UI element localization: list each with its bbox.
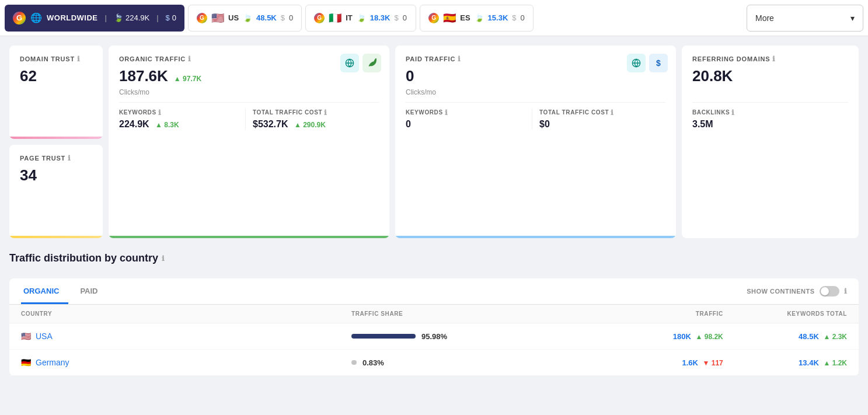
worldwide-cost: $ 0	[166, 13, 176, 22]
referring-domains-label: REFERRING DOMAINS ℹ	[692, 55, 848, 63]
country-usa[interactable]: 🇺🇸 USA	[21, 332, 351, 341]
dollar-icon-it: $	[395, 13, 399, 22]
flag-es: 🇪🇸	[443, 12, 456, 25]
dollar-icon-us: $	[281, 13, 285, 22]
info-icon-tdc[interactable]: ℹ	[162, 254, 165, 263]
flag-it: 🇮🇹	[329, 12, 341, 25]
traffic-tabs-row: ORGANIC PAID SHOW CONTINENTS ℹ	[9, 278, 859, 305]
col-header-traffic: TRAFFIC	[558, 311, 723, 317]
google-icon-it: G	[314, 13, 325, 23]
more-dropdown[interactable]: More ▾	[747, 5, 863, 32]
organic-traffic-trend: ▲ 97.7K	[174, 75, 201, 83]
worldwide-label: WORLDWIDE	[47, 13, 98, 22]
flag-usa: 🇺🇸	[21, 332, 31, 341]
cc-es: ES	[460, 13, 470, 22]
traffic-distribution-table: ORGANIC PAID SHOW CONTINENTS ℹ COUNTRY T…	[9, 278, 859, 376]
traffic-table-header: COUNTRY TRAFFIC SHARE TRAFFIC KEYWORDS T…	[9, 305, 859, 323]
page-trust-bar	[9, 236, 103, 238]
tab-organic[interactable]: ORGANIC	[21, 278, 68, 304]
worldwide-pill[interactable]: G 🌐 WORLDWIDE | 🍃 224.9K | $ 0	[5, 5, 184, 32]
organic-cost-value: $532.7K ▲ 290.9K	[253, 119, 372, 130]
traffic-germany: 1.6K ▼ 117	[558, 358, 723, 367]
country-germany[interactable]: 🇩🇪 Germany	[21, 358, 351, 367]
info-icon-rd[interactable]: ℹ	[772, 55, 776, 63]
globe-toggle-btn[interactable]	[340, 54, 359, 72]
organic-keywords-metric: KEYWORDS ℹ 224.9K ▲ 8.3K	[119, 109, 245, 130]
paid-traffic-sub: Clicks/mo	[406, 88, 665, 96]
leaf-icon-es: 🍃	[475, 13, 484, 22]
cost-it: 0	[403, 13, 407, 22]
traffic-tabs: ORGANIC PAID	[21, 278, 117, 304]
show-continents-toggle: SHOW CONTINENTS ℹ	[747, 286, 847, 297]
paid-keywords-metric: KEYWORDS ℹ 0	[406, 109, 532, 130]
paid-cost-metric: TOTAL TRAFFIC COST ℹ $0	[532, 109, 665, 130]
keywords-germany: 13.4K ▲ 1.2K	[723, 358, 847, 367]
info-icon-pt[interactable]: ℹ	[68, 154, 71, 162]
paid-traffic-bar	[395, 236, 676, 238]
info-icon-sc[interactable]: ℹ	[844, 287, 848, 295]
page-trust-value: 34	[20, 167, 92, 184]
tab-paid[interactable]: PAID	[78, 278, 107, 304]
page-trust-card: PAGE TRUST ℹ 34	[9, 145, 103, 238]
continents-toggle-switch[interactable]	[820, 286, 839, 297]
traffic-section-header: Traffic distribution by country ℹ	[0, 243, 868, 278]
cc-it: IT	[346, 13, 353, 22]
dollar-icon-es: $	[512, 13, 516, 22]
organic-cost-metric: TOTAL TRAFFIC COST ℹ $532.7K ▲ 290.9K	[245, 109, 379, 130]
domain-trust-label: DOMAIN TRUST ℹ	[20, 55, 92, 63]
divider: |	[105, 13, 107, 22]
traffic-share-germany: 0.83%	[351, 358, 558, 367]
col-header-country: COUNTRY	[21, 311, 351, 317]
table-row-usa: 🇺🇸 USA 95.98% 180K ▲ 98.2K 48.5K ▲ 2.3K	[9, 323, 859, 350]
leaf-toggle-btn[interactable]	[362, 54, 381, 72]
info-icon-tc[interactable]: ℹ	[324, 109, 327, 117]
paid-dollar-btn[interactable]: $	[649, 54, 668, 72]
organic-traffic-value: 187.6K	[119, 68, 168, 85]
show-continents-label: SHOW CONTINENTS	[747, 288, 814, 295]
dollar-icon: $	[166, 13, 170, 22]
paid-sub-metrics: KEYWORDS ℹ 0 TOTAL TRAFFIC COST ℹ $0	[406, 109, 665, 130]
share-val-germany: 0.83%	[362, 358, 384, 367]
info-icon-ot[interactable]: ℹ	[188, 55, 191, 63]
google-icon: G	[13, 12, 26, 25]
organic-card-icons	[340, 54, 381, 72]
country-pill-it[interactable]: G 🇮🇹 IT 🍃 18.3K $ 0	[305, 5, 416, 32]
backlinks-metric: BACKLINKS ℹ 3.5M	[692, 109, 848, 173]
top-bar: G 🌐 WORLDWIDE | 🍃 224.9K | $ 0 G 🇺🇸 US 🍃…	[0, 0, 868, 36]
info-icon-kw[interactable]: ℹ	[158, 109, 162, 117]
paid-cost-value: $0	[539, 119, 658, 130]
paid-globe-btn[interactable]	[627, 54, 646, 72]
organic-traffic-sub: Clicks/mo	[119, 88, 379, 96]
domain-trust-bar	[9, 137, 103, 139]
info-icon-bl[interactable]: ℹ	[731, 109, 735, 117]
country-pill-es[interactable]: G 🇪🇸 ES 🍃 15.3K $ 0	[420, 5, 534, 32]
flag-us: 🇺🇸	[211, 12, 224, 25]
divider2: |	[156, 13, 158, 22]
keywords-usa: 48.5K ▲ 2.3K	[723, 332, 847, 341]
info-icon-dt[interactable]: ℹ	[77, 55, 81, 63]
traffic-share-usa: 95.98%	[351, 332, 558, 341]
page-trust-label: PAGE TRUST ℹ	[20, 154, 92, 162]
info-icon-pkw[interactable]: ℹ	[445, 109, 448, 117]
organic-keywords-value: 224.9K ▲ 8.3K	[119, 119, 238, 130]
organic-traffic-card: ORGANIC TRAFFIC ℹ 187.6K ▲ 97.7K Clicks/…	[109, 46, 389, 238]
domain-trust-value: 62	[20, 68, 92, 85]
info-icon-pt2[interactable]: ℹ	[458, 55, 461, 63]
info-icon-ptc[interactable]: ℹ	[611, 109, 614, 117]
referring-domains-card: REFERRING DOMAINS ℹ 20.8K BACKLINKS ℹ 3.…	[682, 46, 859, 238]
col-header-traffic-share: TRAFFIC SHARE	[351, 311, 558, 317]
cc-us: US	[228, 13, 239, 22]
google-icon-es: G	[428, 13, 439, 23]
progress-bar-usa	[351, 334, 416, 339]
progress-bar-germany	[351, 360, 357, 365]
country-pill-us[interactable]: G 🇺🇸 US 🍃 48.5K $ 0	[188, 5, 302, 32]
globe-icon: 🌐	[30, 12, 42, 23]
chevron-down-icon: ▾	[850, 13, 855, 23]
toggle-knob	[821, 287, 829, 295]
more-label: More	[755, 13, 774, 23]
organic-sub-metrics: KEYWORDS ℹ 224.9K ▲ 8.3K TOTAL TRAFFIC C…	[119, 109, 379, 130]
col-header-keywords: KEYWORDS TOTAL	[723, 311, 847, 317]
cost-us: 0	[289, 13, 293, 22]
share-val-usa: 95.98%	[421, 332, 447, 341]
paid-card-icons: $	[627, 54, 668, 72]
